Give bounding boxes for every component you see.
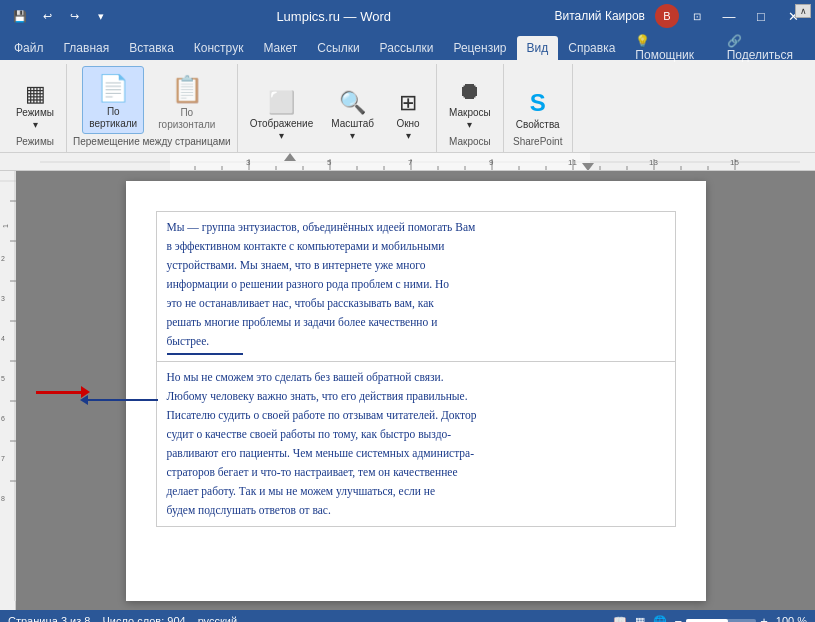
minimize-button[interactable]: — <box>715 5 743 27</box>
paragraph-2-block: Но мы не сможем это сделать без вашей об… <box>157 362 675 526</box>
tab-assistant[interactable]: 💡 Помощник <box>625 36 716 60</box>
navigation-group-label: Перемещение между страницами <box>73 136 231 150</box>
text-line-5: это не останавливает нас, чтобы рассказы… <box>167 294 665 313</box>
text-line-8: Но мы не сможем это сделать без вашей об… <box>167 368 665 387</box>
display-icon: ⬜ <box>268 90 295 116</box>
text-line-11: судит о качестве своей работы по тому, к… <box>167 425 665 444</box>
macros-group-label: Макросы <box>449 136 491 150</box>
modes-button[interactable]: ▦ Режимы▾ <box>10 66 60 134</box>
tab-design[interactable]: Конструк <box>184 36 254 60</box>
tab-insert[interactable]: Вставка <box>119 36 184 60</box>
view-mode-icon-read[interactable]: 📖 <box>613 615 627 623</box>
window-icon: ⊞ <box>399 90 417 116</box>
zoom-plus[interactable]: + <box>760 614 768 623</box>
modes-group-label: Режимы <box>16 136 54 150</box>
language: русский <box>198 615 237 622</box>
page-scroll-area[interactable]: Мы — группа энтузиастов, объединённых ид… <box>16 171 815 610</box>
macros-button[interactable]: ⏺ Макросы▾ <box>443 66 497 134</box>
horizontal-button[interactable]: 📋 Погоризонтали <box>152 66 221 134</box>
svg-text:13: 13 <box>649 158 658 167</box>
ruler-svg: // done in SVG inline 3 5 7 9 11 <box>40 153 800 171</box>
sharepoint-icon: S <box>530 89 546 117</box>
properties-button[interactable]: S Свойства <box>510 66 566 134</box>
user-name: Виталий Каиров <box>554 9 645 23</box>
ribbon-group-modes: ▦ Режимы▾ Режимы <box>4 64 67 152</box>
title-bar-left: 💾 ↩ ↪ ▾ <box>8 5 113 27</box>
paragraph-1-block: Мы — группа энтузиастов, объединённых ид… <box>157 212 675 362</box>
text-line-14: делает работу. Так и мы не можем улучшат… <box>167 482 665 501</box>
ribbon-collapse-button[interactable]: ∧ <box>795 4 811 18</box>
tab-share[interactable]: 🔗 Поделиться <box>717 36 815 60</box>
svg-rect-32 <box>0 171 16 601</box>
zoom-button[interactable]: 🔍 Масштаб▾ <box>325 77 380 145</box>
ribbon-tabs: Файл Главная Вставка Конструк Макет Ссыл… <box>0 32 815 60</box>
text-line-3: устройствами. Мы знаем, что в интернете … <box>167 256 665 275</box>
ribbon-display-button[interactable]: ⊡ <box>683 5 711 27</box>
svg-text:15: 15 <box>730 158 739 167</box>
svg-text:5: 5 <box>1 375 5 382</box>
text-line-4: информации о решении разного рода пробле… <box>167 275 665 294</box>
macros-icon: ⏺ <box>458 77 482 105</box>
cursor-underline <box>167 353 243 355</box>
text-line-7: быстрее. <box>167 332 665 351</box>
ribbon-group-macros: ⏺ Макросы▾ Макросы <box>437 64 504 152</box>
text-line-9: Любому человеку важно знать, что его дей… <box>167 387 665 406</box>
text-line-15: будем подслушать ответов от вас. <box>167 501 665 520</box>
title-bar: 💾 ↩ ↪ ▾ Lumpics.ru — Word Виталий Каиров… <box>0 0 815 32</box>
page-info: Страница 3 из 8 <box>8 615 90 622</box>
reverse-arrow <box>80 395 158 405</box>
user-avatar: В <box>655 4 679 28</box>
table-row: Мы — группа энтузиастов, объединённых ид… <box>156 212 675 527</box>
tab-layout[interactable]: Макет <box>253 36 307 60</box>
text-line-12: равливают его пациенты. Чем меньше систе… <box>167 444 665 463</box>
app-title: Lumpics.ru — Word <box>276 9 391 24</box>
save-button[interactable]: 💾 <box>8 5 32 27</box>
svg-text:2: 2 <box>1 255 5 262</box>
tab-view[interactable]: Вид <box>517 36 559 60</box>
svg-text:6: 6 <box>1 415 5 422</box>
zoom-level: 100 % <box>776 615 807 622</box>
horizontal-ruler: // done in SVG inline 3 5 7 9 11 <box>0 153 815 171</box>
document-area: 1 2 3 4 5 6 7 8 <box>0 171 815 610</box>
redo-button[interactable]: ↪ <box>62 5 86 27</box>
tab-references[interactable]: Ссылки <box>307 36 369 60</box>
svg-text:9: 9 <box>489 158 494 167</box>
tab-mailings[interactable]: Рассылки <box>370 36 444 60</box>
arrow-indicator <box>36 391 82 394</box>
window-button[interactable]: ⊞ Окно▾ <box>386 77 430 145</box>
status-bar: Страница 3 из 8 Число слов: 904 русский … <box>0 610 815 622</box>
maximize-button[interactable]: □ <box>747 5 775 27</box>
svg-text:1: 1 <box>2 224 9 228</box>
text-line-13: страторов бегает и что-то настраивает, т… <box>167 463 665 482</box>
svg-text:11: 11 <box>568 158 577 167</box>
vertical-ruler: 1 2 3 4 5 6 7 8 <box>0 171 16 610</box>
sharepoint-group-label: SharePoint <box>513 136 562 150</box>
text-line-2: в эффективном контакте с компьютерами и … <box>167 237 665 256</box>
ribbon-group-display: ⬜ Отображение▾ 🔍 Масштаб▾ ⊞ Окно▾ <box>238 64 437 152</box>
document-page: Мы — группа энтузиастов, объединённых ид… <box>126 181 706 601</box>
customize-qa-button[interactable]: ▾ <box>89 5 113 27</box>
svg-text:7: 7 <box>1 455 5 462</box>
text-line-10: Писателю судить о своей работе по отзыва… <box>167 406 665 425</box>
svg-text:3: 3 <box>1 295 5 302</box>
quick-access-toolbar: 💾 ↩ ↪ ▾ <box>8 5 113 27</box>
ribbon-group-navigation: 📄 Повертикали 📋 Погоризонтали Перемещени… <box>67 64 238 152</box>
tab-review[interactable]: Рецензир <box>443 36 516 60</box>
vertical-icon: 📄 <box>97 73 129 104</box>
modes-icon: ▦ <box>25 83 46 105</box>
tab-file[interactable]: Файл <box>4 36 54 60</box>
view-mode-icon-layout[interactable]: ▦ <box>635 615 645 623</box>
zoom-minus[interactable]: − <box>675 614 683 623</box>
zoom-bar: − + 100 % <box>675 614 807 623</box>
svg-text:3: 3 <box>246 158 251 167</box>
tab-help[interactable]: Справка <box>558 36 625 60</box>
undo-button[interactable]: ↩ <box>35 5 59 27</box>
display-button[interactable]: ⬜ Отображение▾ <box>244 77 320 145</box>
ribbon-group-sharepoint: S Свойства SharePoint <box>504 64 573 152</box>
text-line-6: решать многие проблемы и задачи более ка… <box>167 313 665 332</box>
tab-home[interactable]: Главная <box>54 36 120 60</box>
vertical-button[interactable]: 📄 Повертикали <box>82 66 144 134</box>
view-mode-icon-web[interactable]: 🌐 <box>653 615 667 623</box>
svg-text:5: 5 <box>327 158 332 167</box>
word-count: Число слов: 904 <box>102 615 185 622</box>
